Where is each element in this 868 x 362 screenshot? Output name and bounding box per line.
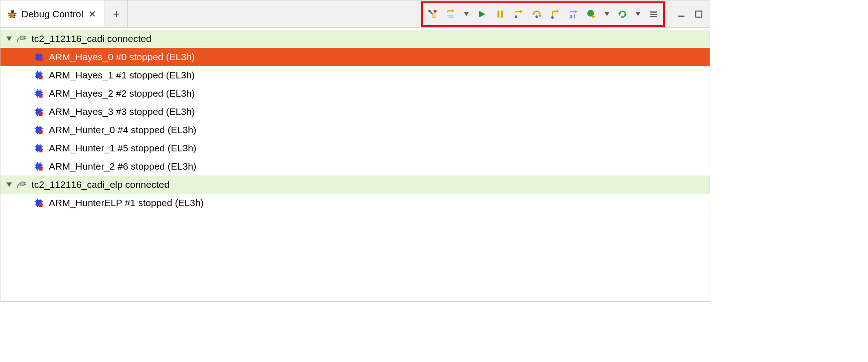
core-label: ARM_Hayes_1 #1 stopped (EL3h) [49, 70, 195, 81]
core-label: ARM_Hayes_0 #0 stopped (EL3h) [49, 52, 195, 62]
core-label: ARM_Hayes_3 #3 stopped (EL3h) [49, 106, 195, 117]
expand-icon[interactable] [5, 182, 13, 187]
bug-icon [7, 9, 18, 20]
core-node[interactable]: ARM_HunterELP #1 stopped (EL3h) [0, 194, 710, 212]
minimize-icon[interactable] [677, 10, 686, 19]
expand-icon[interactable] [5, 36, 13, 41]
chip-icon [32, 70, 45, 80]
core-label: ARM_HunterELP #1 stopped (EL3h) [49, 197, 204, 208]
close-icon[interactable]: ✕ [87, 9, 98, 20]
connect-button[interactable] [426, 7, 439, 21]
step-source-button[interactable] [512, 7, 525, 21]
view-menu-button[interactable] [647, 7, 660, 21]
core-node[interactable]: ARM_Hayes_3 #3 stopped (EL3h) [0, 103, 710, 121]
core-node[interactable]: ARM_Hunter_1 #5 stopped (EL3h) [0, 139, 710, 157]
toolbar [421, 0, 668, 27]
core-node[interactable]: ARM_Hayes_0 #0 stopped (EL3h) [0, 48, 710, 66]
core-node[interactable]: ARM_Hunter_2 #6 stopped (EL3h) [0, 157, 710, 176]
titlebar: Debug Control ✕ + [0, 0, 710, 28]
pause-button[interactable] [493, 7, 507, 21]
plug-icon [15, 33, 28, 44]
core-label: ARM_Hunter_1 #5 stopped (EL3h) [49, 143, 196, 154]
step-mode-button[interactable] [444, 7, 458, 21]
chip-icon [32, 143, 45, 153]
core-label: ARM_Hunter_0 #4 stopped (EL3h) [49, 124, 196, 135]
refresh-dropdown[interactable] [634, 12, 642, 16]
connection-label: tc2_112116_cadi_elp connected [31, 179, 169, 190]
chip-icon [32, 88, 45, 98]
core-node[interactable]: ARM_Hayes_2 #2 stopped (EL3h) [0, 84, 710, 103]
chip-icon [32, 107, 45, 117]
tab-debug-control[interactable]: Debug Control ✕ [0, 0, 105, 27]
step-out-button[interactable] [548, 7, 562, 21]
connection-tree[interactable]: tc2_112116_cadi connectedARM_Hayes_0 #0 … [0, 28, 710, 301]
step-instruction-button[interactable] [566, 7, 580, 21]
core-label: ARM_Hayes_2 #2 stopped (EL3h) [49, 88, 195, 99]
run-to-button[interactable] [585, 7, 598, 21]
plug-icon [15, 179, 28, 190]
window-controls [668, 0, 710, 27]
core-node[interactable]: ARM_Hunter_0 #4 stopped (EL3h) [0, 121, 710, 139]
run-button[interactable] [475, 7, 489, 21]
maximize-icon[interactable] [694, 10, 703, 19]
chip-icon [32, 161, 45, 171]
run-to-dropdown[interactable] [603, 12, 611, 16]
debug-control-view: Debug Control ✕ + [0, 0, 710, 302]
connection-label: tc2_112116_cadi connected [31, 33, 152, 44]
tab-title: Debug Control [21, 9, 83, 20]
core-label: ARM_Hunter_2 #6 stopped (EL3h) [49, 161, 196, 172]
step-over-button[interactable] [530, 7, 544, 21]
toolbar-highlight [421, 1, 665, 27]
refresh-button[interactable] [616, 7, 629, 21]
chip-icon [32, 198, 45, 208]
chip-icon [32, 52, 45, 62]
connection-node[interactable]: tc2_112116_cadi_elp connected [0, 176, 710, 194]
new-tab-button[interactable]: + [105, 0, 128, 27]
core-node[interactable]: ARM_Hayes_1 #1 stopped (EL3h) [0, 66, 710, 84]
step-mode-dropdown[interactable] [462, 12, 471, 16]
chip-icon [32, 125, 45, 135]
connection-node[interactable]: tc2_112116_cadi connected [0, 30, 710, 48]
